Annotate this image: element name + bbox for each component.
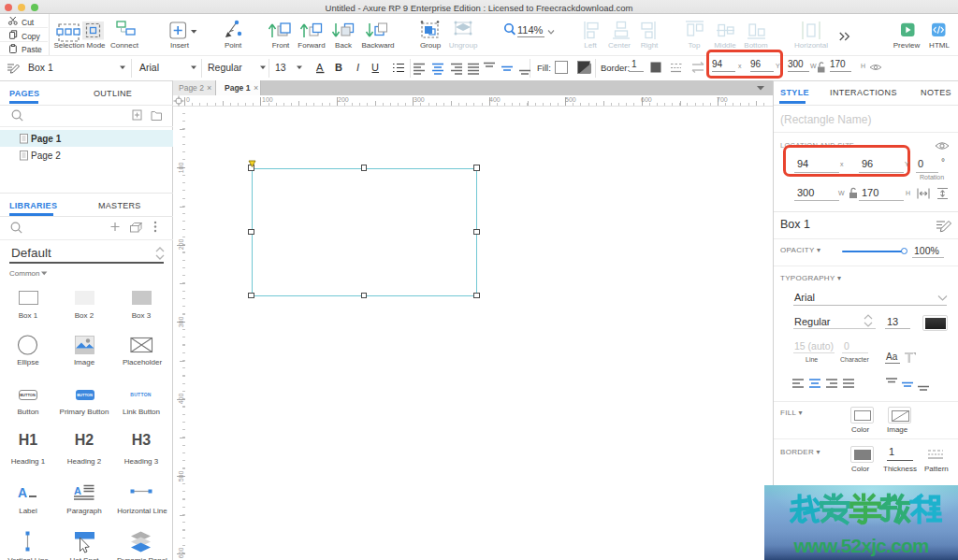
svg-text:A: A <box>74 485 81 496</box>
svg-text:A: A <box>316 62 324 73</box>
svg-text:A: A <box>18 485 27 500</box>
svg-text:U: U <box>371 62 379 73</box>
svg-text:I: I <box>356 62 359 73</box>
svg-text:114%: 114% <box>517 24 544 36</box>
svg-text:B: B <box>335 62 342 73</box>
